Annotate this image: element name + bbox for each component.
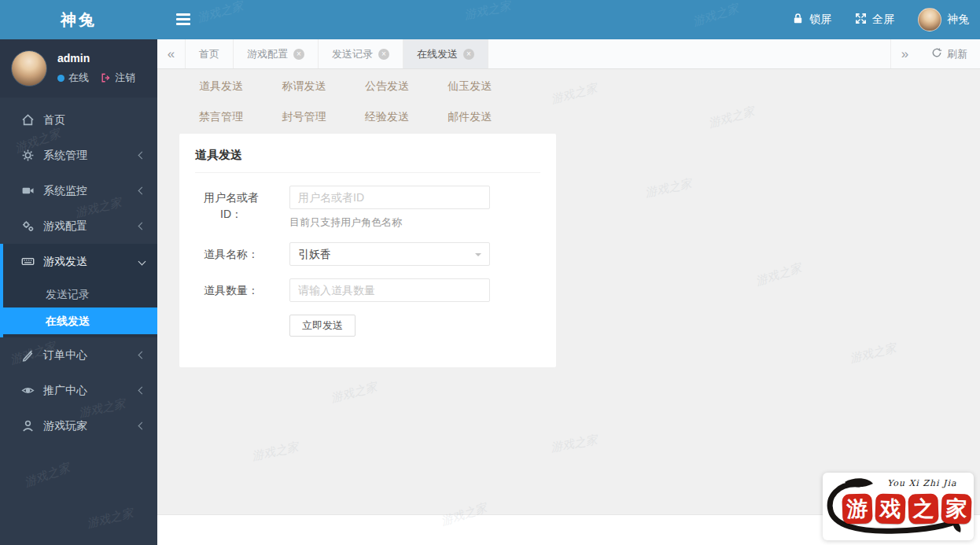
app-root: 神兔 锁屏 全屏 神兔 adm	[0, 0, 980, 545]
send-now-button[interactable]: 立即发送	[289, 315, 356, 337]
game-send-submenu: 发送记录 在线发送	[3, 279, 157, 334]
seal-char: 戏	[875, 493, 905, 524]
keyboard-icon	[21, 255, 35, 268]
double-chevron-left-icon: «	[168, 46, 175, 62]
avatar[interactable]	[11, 50, 47, 87]
tab-label: 发送记录	[332, 47, 373, 61]
subtab-mail-send[interactable]: 邮件发送	[448, 110, 527, 124]
sidebar-item-label: 游戏配置	[43, 219, 87, 234]
subtab-exp-send[interactable]: 经验发送	[365, 110, 444, 124]
tab-label: 游戏配置	[247, 47, 288, 61]
logo-seal-row: 游 戏 之 家	[842, 494, 971, 524]
app-logo-title: 神兔	[0, 0, 157, 39]
submit-row: 立即发送	[195, 315, 540, 337]
chevron-left-icon	[138, 422, 146, 430]
item-name-select[interactable]: 引妖香	[289, 242, 490, 266]
sidebar-item-label: 系统管理	[43, 149, 87, 163]
chevron-left-icon	[138, 152, 146, 160]
tab-label: 首页	[199, 47, 219, 61]
subtab-row-1: 道具发送 称谓发送 公告发送 仙玉发送	[199, 79, 980, 101]
tab-close-icon[interactable]: ×	[378, 49, 389, 60]
main-content: 道具发送 称谓发送 公告发送 仙玉发送 禁言管理 封号管理 经验发送 邮件发送 …	[157, 69, 980, 514]
eye-icon	[21, 384, 35, 397]
subtab-row-2: 禁言管理 封号管理 经验发送 邮件发送	[199, 109, 980, 131]
quantity-input[interactable]	[289, 278, 490, 302]
profile-status: 在线 注销	[57, 71, 135, 85]
subtab-item-send[interactable]: 道具发送	[199, 79, 278, 94]
item-send-panel: 道具发送 用户名或者ID： 目前只支持用户角色名称 道具名称： 引妖香	[179, 134, 556, 367]
hamburger-menu-icon[interactable]	[176, 13, 192, 26]
subtab-title-send[interactable]: 称谓发送	[282, 79, 361, 94]
panel-title: 道具发送	[195, 145, 540, 173]
topbar-right-controls: 锁屏 全屏 神兔	[792, 0, 969, 39]
chevron-left-icon	[138, 223, 146, 230]
fullscreen-button[interactable]: 全屏	[855, 13, 894, 27]
tab-bar: « 首页 游戏配置 × 发送记录 × 在线发送 × » 刷新	[157, 39, 980, 69]
sidebar-group-game-send: 游戏发送 发送记录 在线发送	[0, 244, 157, 337]
user-menu[interactable]: 神兔	[918, 8, 969, 31]
refresh-icon	[931, 47, 942, 61]
tab-label: 在线发送	[417, 47, 458, 61]
sidebar-item-order-center[interactable]: 订单中心	[0, 337, 157, 373]
fullscreen-icon	[855, 13, 867, 27]
username-label: 用户名或者ID：	[195, 186, 267, 230]
quantity-field-wrap	[289, 278, 490, 302]
lock-icon	[792, 13, 804, 27]
tab-online-send[interactable]: 在线发送 ×	[403, 39, 488, 68]
chevron-left-icon	[138, 352, 146, 359]
subtab-ban-manage[interactable]: 封号管理	[282, 110, 361, 124]
double-chevron-right-icon: »	[901, 46, 908, 62]
sidebar-item-promotion-center[interactable]: 推广中心	[0, 373, 157, 408]
cogs-icon	[21, 219, 35, 233]
fullscreen-label: 全屏	[872, 13, 894, 27]
tabs-scroll-left-button[interactable]: «	[157, 39, 186, 68]
sidebar-item-label: 游戏发送	[43, 255, 87, 269]
item-name-row: 道具名称： 引妖香	[195, 242, 540, 266]
tab-game-config[interactable]: 游戏配置 ×	[234, 39, 319, 68]
username-input[interactable]	[289, 186, 490, 209]
subtab-mute-manage[interactable]: 禁言管理	[199, 110, 278, 124]
subtab-announce-send[interactable]: 公告发送	[365, 79, 444, 94]
chevron-down-icon	[138, 258, 146, 266]
refresh-button[interactable]: 刷新	[919, 39, 980, 68]
username-field-wrap: 目前只支持用户角色名称	[289, 186, 490, 230]
sidebar-item-label: 订单中心	[43, 348, 87, 363]
video-camera-icon	[21, 184, 35, 197]
sidebar-item-send-records[interactable]: 发送记录	[3, 281, 157, 307]
logout-button[interactable]: 注销	[101, 71, 135, 85]
tabs-scroll-right-button[interactable]: »	[890, 39, 919, 68]
lock-screen-label: 锁屏	[809, 13, 831, 27]
username-row: 用户名或者ID： 目前只支持用户角色名称	[195, 186, 540, 230]
tab-close-icon[interactable]: ×	[463, 49, 474, 60]
quantity-label: 道具数量：	[195, 278, 267, 302]
sidebar-item-online-send[interactable]: 在线发送	[0, 307, 157, 334]
sidebar: admin 在线 注销 首页	[0, 39, 157, 545]
profile-block: admin 在线 注销	[0, 39, 157, 98]
seal-char: 之	[908, 493, 938, 524]
sidebar-menu: 首页 系统管理 系统监控 游戏配置	[0, 98, 157, 444]
sidebar-item-home[interactable]: 首页	[0, 102, 157, 138]
lock-screen-button[interactable]: 锁屏	[792, 13, 831, 27]
item-name-selected-value: 引妖香	[298, 248, 331, 260]
home-icon	[21, 113, 35, 127]
online-status-label: 在线	[68, 71, 89, 85]
username-hint: 目前只支持用户角色名称	[289, 215, 490, 230]
subtab-jade-send[interactable]: 仙玉发送	[448, 79, 527, 94]
user-avatar	[918, 8, 941, 31]
chevron-left-icon	[138, 187, 146, 195]
seal-char: 家	[941, 493, 971, 524]
tab-send-records[interactable]: 发送记录 ×	[319, 39, 403, 68]
sidebar-item-system-monitor[interactable]: 系统监控	[0, 173, 157, 208]
sidebar-item-game-send[interactable]: 游戏发送	[3, 244, 157, 279]
sidebar-item-game-config[interactable]: 游戏配置	[0, 208, 157, 244]
profile-info: admin 在线 注销	[57, 50, 135, 98]
tab-home[interactable]: 首页	[186, 39, 234, 68]
seal-char: 游	[842, 493, 872, 524]
tab-close-icon[interactable]: ×	[293, 49, 304, 60]
sidebar-item-label: 推广中心	[43, 384, 87, 398]
sidebar-item-game-players[interactable]: 游戏玩家	[0, 408, 157, 444]
item-name-field-wrap: 引妖香	[289, 242, 490, 266]
online-dot-icon	[57, 75, 64, 82]
sidebar-item-label: 游戏玩家	[43, 419, 87, 433]
sidebar-item-system-admin[interactable]: 系统管理	[0, 138, 157, 173]
